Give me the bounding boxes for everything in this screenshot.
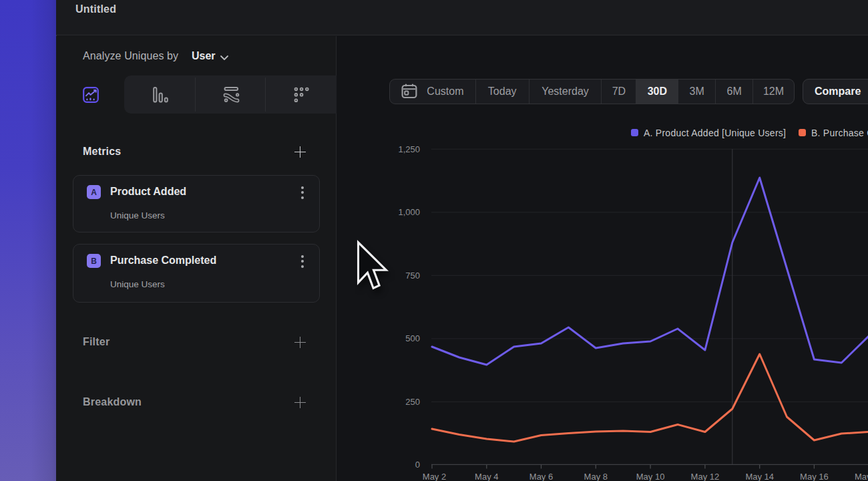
- svg-text:May 6: May 6: [529, 472, 553, 481]
- svg-text:0: 0: [415, 460, 420, 470]
- svg-text:May 4: May 4: [475, 472, 498, 481]
- svg-text:May 18: May 18: [855, 472, 868, 481]
- svg-text:1,250: 1,250: [398, 144, 420, 154]
- svg-text:May 16: May 16: [800, 472, 829, 481]
- svg-text:May 10: May 10: [636, 472, 665, 481]
- svg-text:May 2: May 2: [423, 472, 446, 481]
- svg-text:May 12: May 12: [691, 472, 720, 481]
- svg-text:750: 750: [405, 271, 420, 281]
- svg-text:May 14: May 14: [745, 472, 774, 481]
- svg-text:May 8: May 8: [584, 472, 608, 481]
- svg-text:1,000: 1,000: [398, 207, 420, 217]
- svg-text:500: 500: [405, 333, 420, 343]
- svg-text:250: 250: [405, 397, 420, 407]
